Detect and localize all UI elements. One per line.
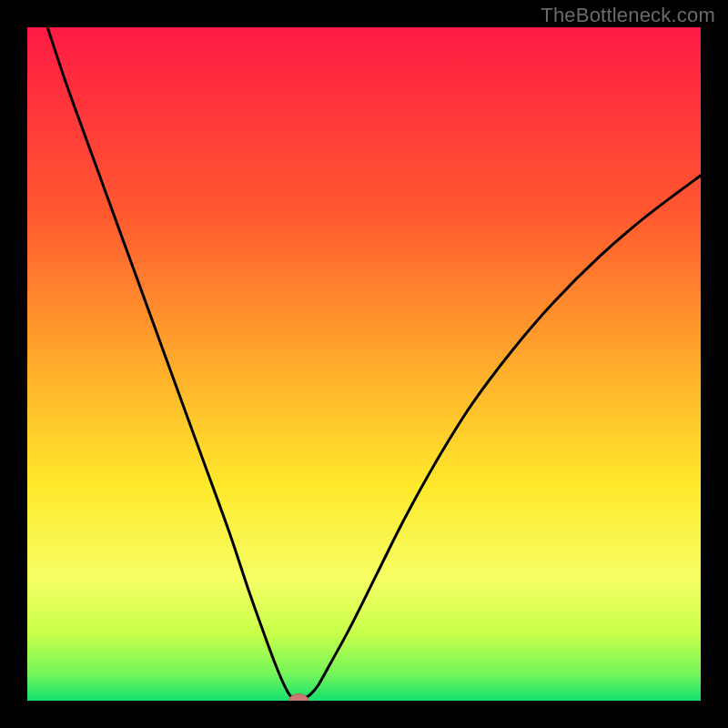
watermark-text: TheBottleneck.com bbox=[541, 4, 715, 27]
chart-svg bbox=[27, 27, 701, 701]
chart-frame: { "watermark": "TheBottleneck.com", "col… bbox=[0, 0, 728, 728]
plot-area bbox=[27, 27, 701, 701]
